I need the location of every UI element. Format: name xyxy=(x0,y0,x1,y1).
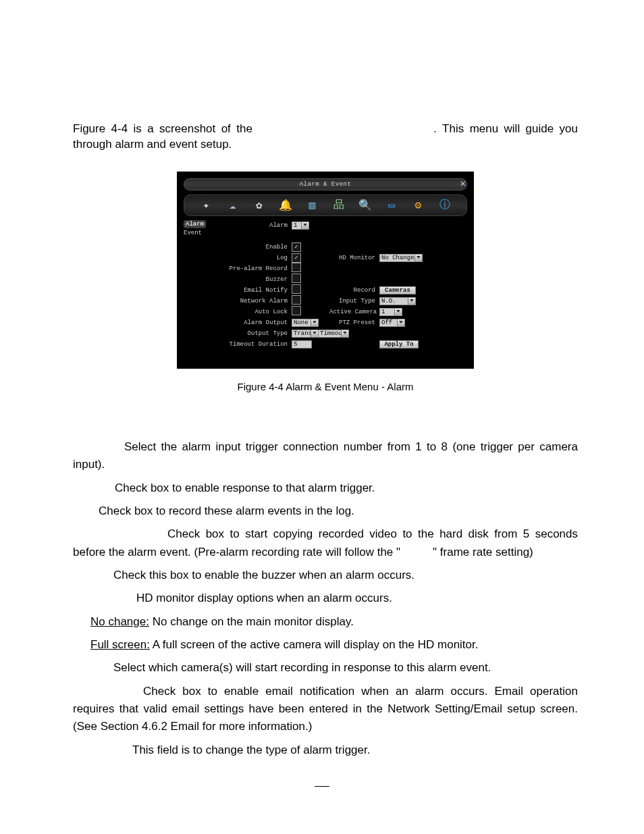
prealarm-label: Pre-alarm Record xyxy=(221,265,289,272)
record-label: Record xyxy=(329,287,377,294)
window-title: Alarm & Event xyxy=(300,181,352,188)
def-alarm: Select the alarm input trigger connectio… xyxy=(73,440,578,471)
input-type-select[interactable]: N.O. xyxy=(379,297,416,305)
enable-label: Enable xyxy=(221,244,289,251)
record-cameras-button[interactable]: Cameras xyxy=(379,286,416,294)
autolock-label: Auto Lock xyxy=(221,309,289,315)
netalarm-checkbox[interactable] xyxy=(292,295,301,305)
alarm-output-label: Alarm Output xyxy=(221,319,289,326)
figure-caption: Figure 4-4 Alarm & Event Menu - Alarm xyxy=(73,381,578,392)
def-enable: Check box to enable response to that ala… xyxy=(115,481,375,494)
sidebar-item-alarm[interactable]: Alarm xyxy=(184,220,206,228)
output-type-label: Output Type xyxy=(221,330,289,337)
ptz-preset-label: PTZ Preset xyxy=(329,319,377,326)
def-prealarm-b: " frame rate setting) xyxy=(433,546,533,558)
alarm-select[interactable]: 1 xyxy=(292,221,309,230)
output-type-select[interactable]: Trans xyxy=(292,330,319,338)
bell-icon[interactable]: 🔔 xyxy=(278,198,293,213)
intro-paragraph: Figure 4-4 is a screenshot of the . This… xyxy=(73,122,578,153)
email-label: Email Notify xyxy=(221,287,289,294)
gear-icon[interactable]: ⚙ xyxy=(410,198,425,213)
def-log: Check box to record these alarm events i… xyxy=(99,504,354,517)
def-inputtype: This field is to change the type of alar… xyxy=(132,744,370,756)
input-type-label: Input Type xyxy=(329,298,377,305)
reel-icon[interactable]: ✿ xyxy=(252,198,267,213)
definitions: Select the alarm input trigger connectio… xyxy=(73,438,578,759)
apply-to-button[interactable]: Apply To xyxy=(379,340,419,348)
alarm-event-window: Alarm & Event ✕ ✦☁✿🔔▥品🔍▭⚙ⓘ Alarm Event A… xyxy=(177,172,474,369)
hd-monitor-label: HD Monitor xyxy=(329,255,377,261)
schedule-icon[interactable]: ▥ xyxy=(304,198,319,213)
netalarm-label: Network Alarm xyxy=(221,298,289,305)
def-record: Select which camera(s) will start record… xyxy=(113,661,491,674)
wizard-icon[interactable]: ✦ xyxy=(198,198,213,213)
email-checkbox[interactable] xyxy=(292,284,301,294)
alarm-form: Alarm 1 Enable ✓ Log ✓ HD Monitor No Cha xyxy=(221,220,467,350)
search-icon[interactable]: 🔍 xyxy=(358,198,373,213)
alarm-label: Alarm xyxy=(221,222,289,229)
def-hdmonitor: HD monitor display options when an alarm… xyxy=(136,592,392,604)
def-fullscreen-ul: Full screen: xyxy=(90,638,150,651)
info-icon[interactable]: ⓘ xyxy=(437,198,452,213)
log-checkbox[interactable]: ✓ xyxy=(292,253,301,263)
autolock-checkbox[interactable] xyxy=(292,306,301,315)
alarm-output-select[interactable]: None xyxy=(292,319,319,327)
enable-checkbox[interactable]: ✓ xyxy=(292,242,301,252)
window-titlebar: Alarm & Event ✕ xyxy=(184,178,467,190)
def-emailnotify: Check box to enable email notification w… xyxy=(73,685,578,733)
buzzer-label: Buzzer xyxy=(221,276,289,283)
ptz-preset-select[interactable]: Off xyxy=(379,319,405,327)
output-type-extra-select[interactable]: Timeou xyxy=(318,330,349,338)
cloud-icon[interactable]: ☁ xyxy=(225,198,240,213)
buzzer-checkbox[interactable] xyxy=(292,273,301,283)
prealarm-checkbox[interactable] xyxy=(292,263,301,272)
close-icon[interactable]: ✕ xyxy=(458,178,468,190)
log-label: Log xyxy=(221,255,289,261)
active-camera-select[interactable]: 1 xyxy=(379,308,402,316)
def-nochange: No change on the main monitor display. xyxy=(149,615,354,628)
network-icon[interactable]: 品 xyxy=(331,198,346,213)
sidebar: Alarm Event xyxy=(184,220,221,350)
intro-part1: Figure 4-4 is a screenshot of the xyxy=(73,122,252,135)
def-buzzer: Check this box to enable the buzzer when… xyxy=(113,569,414,581)
footer-rule xyxy=(315,786,329,787)
window-toolbar: ✦☁✿🔔▥品🔍▭⚙ⓘ xyxy=(184,194,467,216)
def-nochange-ul: No change: xyxy=(90,615,149,628)
active-camera-label: Active Camera xyxy=(329,309,377,315)
timeout-input[interactable]: 5 xyxy=(292,340,312,348)
monitor-icon[interactable]: ▭ xyxy=(384,198,399,213)
timeout-label: Timeout Duration xyxy=(221,341,289,348)
sidebar-item-event[interactable]: Event xyxy=(184,230,221,236)
hd-monitor-select[interactable]: No Change xyxy=(379,254,423,262)
def-fullscreen: A full screen of the active camera will … xyxy=(150,638,479,651)
